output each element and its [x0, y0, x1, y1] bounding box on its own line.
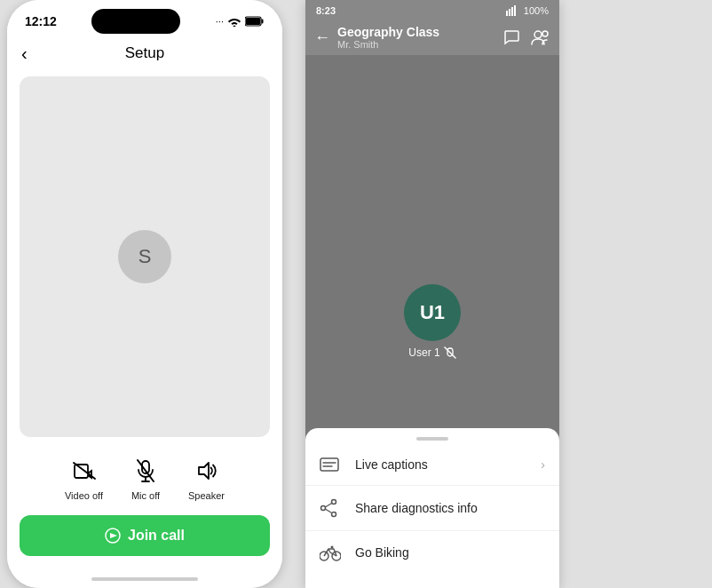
home-bar — [91, 577, 198, 581]
svg-marker-9 — [199, 463, 209, 479]
svg-point-0 — [233, 26, 235, 28]
right-video-area: U1 User 1 U — [305, 55, 559, 588]
left-phone: 12:12 ··· ‹ Setup — [7, 0, 282, 588]
controls-row: Video off Mic off — [7, 444, 282, 508]
user1-avatar: U1 — [404, 284, 461, 341]
right-battery-icon: 100% — [524, 5, 549, 16]
participants-icon[interactable] — [531, 29, 550, 45]
svg-point-23 — [321, 506, 326, 511]
svg-point-15 — [534, 31, 542, 38]
video-off-icon — [68, 455, 100, 487]
video-off-control[interactable]: Video off — [65, 455, 103, 501]
video-preview-area: S — [20, 76, 270, 437]
user-initial: S — [138, 245, 152, 268]
setup-title: Setup — [125, 44, 164, 62]
mic-off-label: Mic off — [131, 490, 160, 501]
muted-icon — [444, 346, 456, 359]
right-signal-icon — [506, 5, 518, 16]
svg-line-26 — [325, 509, 331, 513]
class-name: Geography Class — [337, 25, 495, 39]
svg-rect-11 — [506, 11, 508, 16]
right-time: 8:23 — [316, 5, 336, 16]
dots-icon: ··· — [216, 16, 224, 27]
divider — [289, 0, 298, 588]
svg-point-29 — [331, 546, 334, 549]
svg-point-16 — [542, 31, 548, 36]
svg-point-24 — [332, 513, 336, 517]
mic-off-control[interactable]: Mic off — [130, 455, 162, 501]
dynamic-island — [91, 9, 180, 34]
wifi-icon — [227, 16, 241, 27]
speaker-icon — [191, 455, 223, 487]
mic-off-icon — [130, 455, 162, 487]
video-off-label: Video off — [65, 490, 103, 501]
svg-point-22 — [332, 500, 336, 505]
sheet-handle-bar — [416, 437, 448, 441]
left-header: ‹ Setup — [7, 37, 282, 69]
svg-rect-14 — [514, 5, 516, 16]
teacher-name: Mr. Smith — [337, 39, 495, 50]
right-header-title: Geography Class Mr. Smith — [337, 25, 495, 50]
live-captions-chevron: › — [541, 457, 545, 472]
battery-icon — [245, 16, 265, 27]
join-call-label: Join call — [128, 528, 185, 544]
right-phone: 8:23 100% ← Geography Class Mr. Smith — [305, 0, 559, 588]
live-captions-label: Live captions — [355, 457, 526, 472]
share-diag-icon — [320, 498, 341, 518]
speaker-control[interactable]: Speaker — [188, 455, 225, 501]
left-status-icons: ··· — [216, 16, 265, 27]
live-captions-item[interactable]: Live captions › — [305, 444, 559, 486]
user1-label: User 1 — [408, 346, 455, 359]
right-status-bar: 8:23 100% — [305, 0, 559, 20]
svg-line-25 — [325, 504, 331, 508]
captions-icon — [320, 457, 341, 473]
svg-rect-13 — [511, 7, 513, 16]
speaker-label: Speaker — [188, 490, 225, 501]
right-header: ← Geography Class Mr. Smith — [305, 20, 559, 55]
join-call-button[interactable]: Join call — [20, 515, 270, 556]
svg-rect-2 — [261, 20, 263, 24]
svg-rect-12 — [509, 9, 510, 16]
go-biking-item[interactable]: Go Biking — [305, 531, 559, 574]
left-time: 12:12 — [25, 14, 57, 28]
bottom-sheet: Live captions › Share diagnostics info — [305, 428, 559, 588]
svg-rect-19 — [320, 458, 338, 471]
right-status-icons: 100% — [506, 5, 549, 16]
home-indicator — [7, 570, 282, 588]
bike-icon — [320, 544, 341, 561]
user-avatar: S — [118, 230, 171, 283]
left-status-bar: 12:12 ··· — [7, 0, 282, 37]
user1-initial: U1 — [420, 301, 445, 324]
join-button-container: Join call — [7, 508, 282, 570]
join-icon — [105, 528, 121, 544]
go-biking-label: Go Biking — [355, 545, 545, 560]
right-back-button[interactable]: ← — [314, 28, 330, 47]
share-diagnostics-item[interactable]: Share diagnostics info — [305, 486, 559, 531]
back-button[interactable]: ‹ — [21, 44, 28, 64]
share-diagnostics-label: Share diagnostics info — [355, 501, 545, 515]
chat-icon[interactable] — [502, 28, 520, 46]
user1-name: User 1 — [408, 346, 439, 359]
right-header-action-icons — [502, 28, 550, 46]
svg-rect-3 — [246, 18, 260, 25]
